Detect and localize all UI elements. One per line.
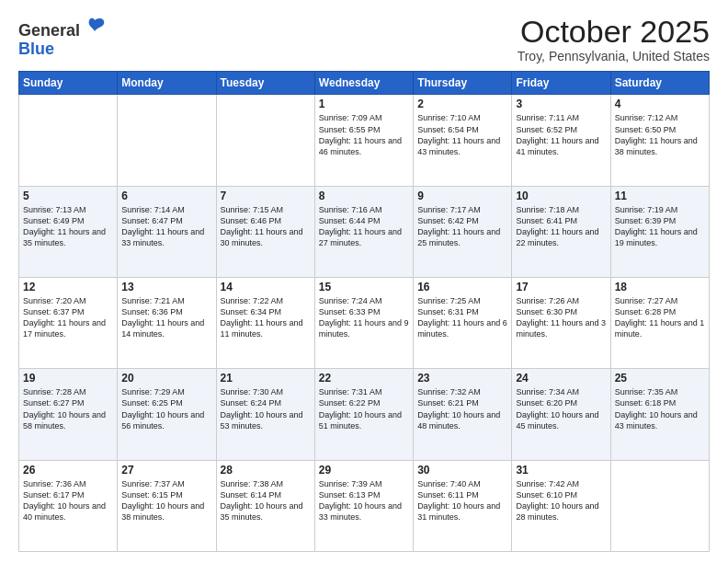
table-row: 19Sunrise: 7:28 AM Sunset: 6:27 PM Dayli…	[19, 369, 118, 460]
col-thursday: Thursday	[414, 72, 512, 95]
cell-daylight-info: Sunrise: 7:37 AM Sunset: 6:15 PM Dayligh…	[121, 478, 211, 523]
cell-daylight-info: Sunrise: 7:14 AM Sunset: 6:47 PM Dayligh…	[121, 204, 211, 249]
table-row: 1Sunrise: 7:09 AM Sunset: 6:55 PM Daylig…	[314, 95, 413, 186]
table-row: 3Sunrise: 7:11 AM Sunset: 6:52 PM Daylig…	[512, 95, 610, 186]
cell-day-number: 7	[221, 190, 311, 202]
cell-day-number: 17	[516, 281, 606, 293]
cell-daylight-info: Sunrise: 7:34 AM Sunset: 6:20 PM Dayligh…	[516, 386, 606, 431]
cell-day-number: 2	[417, 98, 507, 110]
cell-day-number: 20	[121, 372, 211, 385]
table-row: 2Sunrise: 7:10 AM Sunset: 6:54 PM Daylig…	[414, 95, 512, 186]
cell-daylight-info: Sunrise: 7:39 AM Sunset: 6:13 PM Dayligh…	[319, 478, 409, 523]
cell-day-number: 9	[417, 190, 507, 202]
cell-day-number: 3	[516, 98, 606, 110]
calendar-header-row: Sunday Monday Tuesday Wednesday Thursday…	[19, 72, 710, 95]
cell-daylight-info: Sunrise: 7:17 AM Sunset: 6:42 PM Dayligh…	[417, 204, 507, 249]
cell-daylight-info: Sunrise: 7:24 AM Sunset: 6:33 PM Dayligh…	[319, 295, 409, 340]
table-row: 5Sunrise: 7:13 AM Sunset: 6:49 PM Daylig…	[19, 186, 118, 277]
col-wednesday: Wednesday	[314, 72, 413, 95]
logo-bird-icon	[82, 15, 108, 46]
cell-day-number: 24	[516, 372, 606, 385]
table-row	[216, 95, 314, 186]
cell-daylight-info: Sunrise: 7:32 AM Sunset: 6:21 PM Dayligh…	[417, 386, 507, 431]
table-row: 21Sunrise: 7:30 AM Sunset: 6:24 PM Dayli…	[216, 369, 314, 460]
cell-day-number: 26	[23, 464, 113, 477]
table-row: 29Sunrise: 7:39 AM Sunset: 6:13 PM Dayli…	[314, 460, 413, 551]
table-row: 9Sunrise: 7:17 AM Sunset: 6:42 PM Daylig…	[414, 186, 512, 277]
cell-daylight-info: Sunrise: 7:12 AM Sunset: 6:50 PM Dayligh…	[615, 112, 705, 157]
table-row: 13Sunrise: 7:21 AM Sunset: 6:36 PM Dayli…	[118, 278, 216, 369]
cell-day-number: 23	[417, 372, 507, 385]
table-row: 23Sunrise: 7:32 AM Sunset: 6:21 PM Dayli…	[414, 369, 512, 460]
title-block: October 2025 Troy, Pennsylvania, United …	[518, 15, 710, 63]
cell-daylight-info: Sunrise: 7:26 AM Sunset: 6:30 PM Dayligh…	[516, 295, 606, 340]
calendar-table: Sunday Monday Tuesday Wednesday Thursday…	[18, 71, 710, 552]
cell-day-number: 21	[221, 372, 311, 385]
table-row	[610, 460, 709, 551]
cell-daylight-info: Sunrise: 7:31 AM Sunset: 6:22 PM Dayligh…	[319, 386, 409, 431]
cell-daylight-info: Sunrise: 7:40 AM Sunset: 6:11 PM Dayligh…	[417, 478, 507, 523]
table-row: 22Sunrise: 7:31 AM Sunset: 6:22 PM Dayli…	[314, 369, 413, 460]
table-row: 7Sunrise: 7:15 AM Sunset: 6:46 PM Daylig…	[216, 186, 314, 277]
table-row: 24Sunrise: 7:34 AM Sunset: 6:20 PM Dayli…	[512, 369, 610, 460]
cell-day-number: 14	[221, 281, 311, 293]
table-row: 10Sunrise: 7:18 AM Sunset: 6:41 PM Dayli…	[512, 186, 610, 277]
cell-daylight-info: Sunrise: 7:25 AM Sunset: 6:31 PM Dayligh…	[417, 295, 507, 340]
cell-day-number: 25	[615, 372, 705, 385]
cell-daylight-info: Sunrise: 7:10 AM Sunset: 6:54 PM Dayligh…	[417, 112, 507, 157]
cell-day-number: 16	[417, 281, 507, 293]
cell-day-number: 31	[516, 464, 606, 477]
cell-daylight-info: Sunrise: 7:16 AM Sunset: 6:44 PM Dayligh…	[319, 204, 409, 249]
cell-daylight-info: Sunrise: 7:42 AM Sunset: 6:10 PM Dayligh…	[516, 478, 606, 523]
cell-day-number: 12	[23, 281, 113, 293]
table-row: 4Sunrise: 7:12 AM Sunset: 6:50 PM Daylig…	[610, 95, 709, 186]
col-friday: Friday	[512, 72, 610, 95]
cell-daylight-info: Sunrise: 7:20 AM Sunset: 6:37 PM Dayligh…	[23, 295, 113, 340]
table-row	[118, 95, 216, 186]
cell-day-number: 8	[319, 190, 409, 202]
calendar-week-row: 12Sunrise: 7:20 AM Sunset: 6:37 PM Dayli…	[19, 278, 710, 369]
table-row: 6Sunrise: 7:14 AM Sunset: 6:47 PM Daylig…	[118, 186, 216, 277]
table-row: 26Sunrise: 7:36 AM Sunset: 6:17 PM Dayli…	[19, 460, 118, 551]
cell-day-number: 19	[23, 372, 113, 385]
cell-day-number: 1	[319, 98, 409, 110]
col-sunday: Sunday	[19, 72, 118, 95]
cell-daylight-info: Sunrise: 7:13 AM Sunset: 6:49 PM Dayligh…	[23, 204, 113, 249]
cell-day-number: 6	[121, 190, 211, 202]
table-row: 12Sunrise: 7:20 AM Sunset: 6:37 PM Dayli…	[19, 278, 118, 369]
cell-daylight-info: Sunrise: 7:19 AM Sunset: 6:39 PM Dayligh…	[615, 204, 705, 249]
col-saturday: Saturday	[610, 72, 709, 95]
cell-day-number: 29	[319, 464, 409, 477]
cell-daylight-info: Sunrise: 7:22 AM Sunset: 6:34 PM Dayligh…	[221, 295, 311, 340]
cell-daylight-info: Sunrise: 7:38 AM Sunset: 6:14 PM Dayligh…	[221, 478, 311, 523]
cell-daylight-info: Sunrise: 7:36 AM Sunset: 6:17 PM Dayligh…	[23, 478, 113, 523]
table-row: 18Sunrise: 7:27 AM Sunset: 6:28 PM Dayli…	[610, 278, 709, 369]
cell-day-number: 28	[221, 464, 311, 477]
cell-daylight-info: Sunrise: 7:29 AM Sunset: 6:25 PM Dayligh…	[121, 386, 211, 431]
cell-day-number: 4	[615, 98, 705, 110]
cell-day-number: 18	[615, 281, 705, 293]
logo: General Blue	[18, 15, 108, 57]
calendar-week-row: 19Sunrise: 7:28 AM Sunset: 6:27 PM Dayli…	[19, 369, 710, 460]
table-row	[19, 95, 118, 186]
table-row: 27Sunrise: 7:37 AM Sunset: 6:15 PM Dayli…	[118, 460, 216, 551]
table-row: 16Sunrise: 7:25 AM Sunset: 6:31 PM Dayli…	[414, 278, 512, 369]
cell-day-number: 15	[319, 281, 409, 293]
table-row: 14Sunrise: 7:22 AM Sunset: 6:34 PM Dayli…	[216, 278, 314, 369]
table-row: 11Sunrise: 7:19 AM Sunset: 6:39 PM Dayli…	[610, 186, 709, 277]
cell-daylight-info: Sunrise: 7:30 AM Sunset: 6:24 PM Dayligh…	[221, 386, 311, 431]
calendar-week-row: 26Sunrise: 7:36 AM Sunset: 6:17 PM Dayli…	[19, 460, 710, 551]
calendar-week-row: 5Sunrise: 7:13 AM Sunset: 6:49 PM Daylig…	[19, 186, 710, 277]
header: General Blue October 2025 Troy, Pennsylv…	[18, 15, 710, 63]
table-row: 30Sunrise: 7:40 AM Sunset: 6:11 PM Dayli…	[414, 460, 512, 551]
table-row: 20Sunrise: 7:29 AM Sunset: 6:25 PM Dayli…	[118, 369, 216, 460]
cell-daylight-info: Sunrise: 7:35 AM Sunset: 6:18 PM Dayligh…	[615, 386, 705, 431]
cell-daylight-info: Sunrise: 7:09 AM Sunset: 6:55 PM Dayligh…	[319, 112, 409, 157]
table-row: 15Sunrise: 7:24 AM Sunset: 6:33 PM Dayli…	[314, 278, 413, 369]
cell-day-number: 11	[615, 190, 705, 202]
page: General Blue October 2025 Troy, Pennsylv…	[0, 0, 728, 563]
logo-general-text: General	[18, 22, 80, 39]
table-row: 17Sunrise: 7:26 AM Sunset: 6:30 PM Dayli…	[512, 278, 610, 369]
month-title: October 2025	[518, 15, 710, 49]
cell-day-number: 10	[516, 190, 606, 202]
